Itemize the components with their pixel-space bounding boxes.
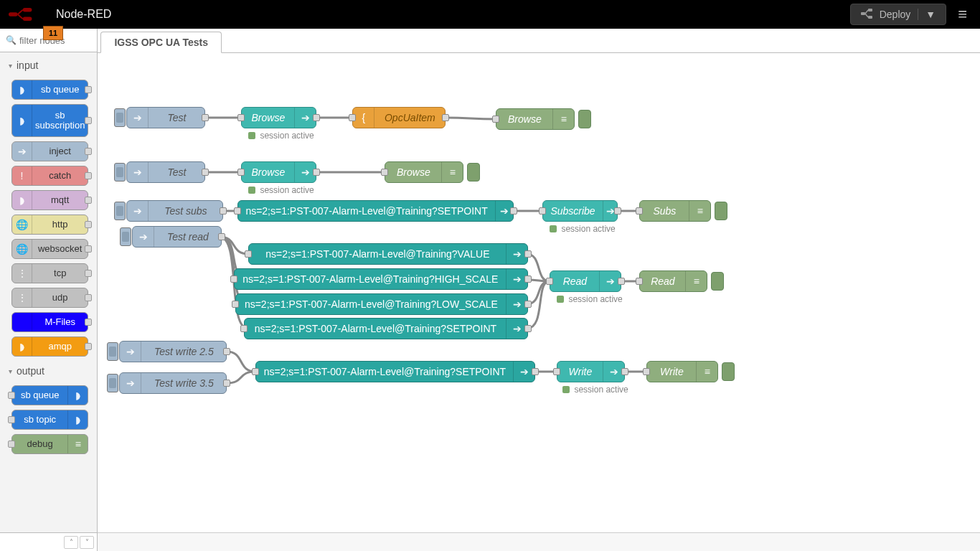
inject-node-test-read[interactable]: ➔ Test read [132, 226, 222, 248]
palette-node-label: catch [32, 171, 88, 181]
node-port[interactable] [234, 207, 241, 215]
deploy-button[interactable]: Deploy ▼ [850, 4, 946, 25]
palette-node-amqp[interactable]: ◗amqp [11, 336, 88, 357]
node-port[interactable] [539, 207, 546, 215]
palette-category-input[interactable]: ▾ input [3, 55, 97, 75]
inject-node-write-25[interactable]: ➔ Test write 2.5 [119, 341, 227, 362]
node-port[interactable] [546, 278, 553, 285]
browse-debug-node-2[interactable]: Browse ≡ [385, 161, 463, 183]
node-port[interactable] [510, 207, 517, 215]
node-port[interactable] [313, 114, 320, 121]
read-node[interactable]: Read ➔ [550, 270, 621, 292]
palette-category-output[interactable]: ▾ output [3, 361, 97, 381]
inject-trigger-button[interactable] [114, 108, 126, 127]
node-port[interactable] [381, 169, 388, 176]
node-port[interactable] [223, 348, 230, 355]
palette-port [85, 197, 92, 204]
node-port[interactable] [202, 169, 209, 176]
node-port[interactable] [223, 380, 230, 387]
browse-node-2[interactable]: Browse ➔ [241, 161, 316, 183]
browse-debug-node-1[interactable]: Browse ≡ [496, 108, 575, 130]
node-port[interactable] [618, 278, 625, 285]
flow-canvas[interactable]: ➔ Test Browse ➔ session active { OpcUaIt… [98, 53, 980, 551]
debug-toggle-button[interactable] [722, 362, 735, 381]
node-port[interactable] [202, 114, 209, 121]
palette-node-sb-topic[interactable]: sb topic◗ [11, 410, 88, 430]
subscribe-node[interactable]: Subscribe ➔ [542, 200, 618, 222]
opcua-setpoint-node-read[interactable]: ns=2;s=1:PST-007-Alarm-Level@Training?SE… [244, 318, 528, 339]
node-port[interactable] [230, 276, 237, 283]
palette-collapse-down-button[interactable]: ˅ [80, 536, 94, 549]
debug-toggle-button[interactable] [578, 110, 591, 128]
node-port[interactable] [524, 301, 532, 308]
palette-node-tcp[interactable]: ⋮tcp [11, 263, 88, 283]
node-port[interactable] [636, 207, 643, 215]
arrow-right-icon: ➔ [127, 201, 149, 221]
palette-node-http[interactable]: 🌐http [11, 215, 88, 235]
opcua-lowscale-node[interactable]: ns=2;s=1:PST-007-Alarm-Level@Training?LO… [235, 293, 528, 315]
opcua-setpoint-node-write[interactable]: ns=2;s=1:PST-007-Alarm-Level@Training?SE… [255, 361, 535, 382]
node-port[interactable] [621, 368, 628, 375]
node-port[interactable] [218, 233, 225, 240]
node-port[interactable] [553, 368, 560, 375]
node-port[interactable] [524, 276, 532, 283]
node-port[interactable] [252, 368, 259, 375]
palette-node-mqtt[interactable]: ◗mqtt [11, 190, 88, 210]
palette-node-catch[interactable]: !catch [11, 166, 88, 186]
deploy-caret-icon[interactable]: ▼ [918, 9, 936, 20]
palette-node-inject[interactable]: ➔inject [11, 141, 88, 161]
inject-node-test-subs[interactable]: ➔ Test subs [126, 200, 223, 222]
inject-trigger-button[interactable] [107, 342, 118, 361]
palette-node-websocket[interactable]: 🌐websocket [11, 239, 88, 259]
palette-node-sb-queue[interactable]: sb queue◗ [11, 385, 88, 405]
debug-toggle-button[interactable] [711, 272, 724, 291]
palette-collapse-up-button[interactable]: ˄ [64, 536, 78, 549]
node-port[interactable] [240, 325, 248, 332]
canvas-scroll[interactable]: ➔ Test Browse ➔ session active { OpcUaIt… [98, 53, 980, 551]
write-node[interactable]: Write ➔ [557, 361, 625, 382]
inject-trigger-button[interactable] [107, 374, 118, 392]
debug-toggle-button[interactable] [715, 202, 727, 220]
node-port[interactable] [245, 250, 252, 258]
palette-port [8, 392, 15, 399]
node-port[interactable] [532, 368, 539, 375]
node-port[interactable] [232, 301, 239, 308]
debug-toggle-button[interactable] [467, 163, 480, 182]
opcua-highscale-node[interactable]: ns=2;s=1:PST-007-Alarm-Level@Training?HI… [234, 268, 528, 290]
opcua-value-node[interactable]: ns=2;s=1:PST-007-Alarm-Level@Training?VA… [248, 243, 528, 265]
inject-trigger-button[interactable] [114, 163, 126, 182]
palette-node-udp[interactable]: ⋮udp [11, 288, 88, 308]
node-port[interactable] [237, 169, 245, 176]
inject-node-write-35[interactable]: ➔ Test write 3.5 [119, 372, 227, 394]
write-debug-node[interactable]: Write ≡ [646, 361, 718, 382]
node-port[interactable] [237, 114, 245, 121]
inject-trigger-button[interactable] [120, 227, 131, 246]
node-port[interactable] [524, 325, 532, 332]
read-debug-node[interactable]: Read ≡ [639, 270, 707, 292]
inject-node-test-2[interactable]: ➔ Test [126, 161, 205, 183]
tab-igss-opc-ua-tests[interactable]: IGSS OPC UA Tests [100, 32, 222, 53]
hamburger-menu-icon[interactable] [953, 2, 971, 27]
palette-node-M-Files[interactable]: M-Files [11, 312, 88, 332]
subs-debug-node[interactable]: Subs ≡ [639, 200, 711, 222]
notification-badge[interactable]: 11 [43, 26, 63, 40]
node-port[interactable] [442, 114, 449, 121]
node-port[interactable] [492, 116, 499, 123]
arrow-right-icon: ➔ [120, 373, 141, 393]
node-port[interactable] [349, 114, 356, 121]
node-port[interactable] [614, 207, 621, 215]
palette-node-debug[interactable]: debug≡ [11, 434, 88, 454]
inject-node-test-1[interactable]: ➔ Test [126, 107, 205, 128]
node-port[interactable] [524, 250, 532, 258]
node-port[interactable] [643, 368, 650, 375]
palette-node-sb-queue[interactable]: ◗sb queue [11, 80, 88, 100]
browse-node-1[interactable]: Browse ➔ [241, 107, 316, 128]
palette-node-sb-subscription[interactable]: ◗sb subscription [11, 104, 88, 137]
inject-trigger-button[interactable] [114, 202, 126, 220]
node-port[interactable] [313, 169, 320, 176]
node-port[interactable] [636, 278, 643, 285]
palette-scroll[interactable]: ▾ input ◗sb queue◗sb subscription➔inject… [0, 52, 97, 532]
node-port[interactable] [220, 207, 227, 215]
opcua-item-node[interactable]: { OpcUaItem [352, 107, 446, 128]
opcua-setpoint-node-subs[interactable]: ns=2;s=1:PST-007-Alarm-Level@Training?SE… [237, 200, 514, 222]
